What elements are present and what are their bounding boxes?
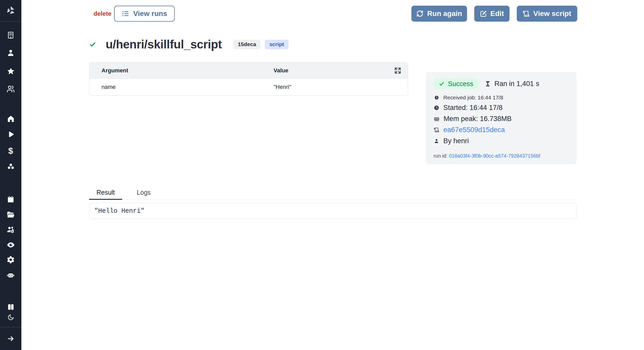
memory-icon <box>434 116 439 122</box>
argument-name-cell: name <box>89 84 274 90</box>
script-hash-row: ea67e5509d15deca <box>434 126 569 134</box>
runs-play-icon[interactable] <box>0 131 21 138</box>
tab-result[interactable]: Result <box>89 188 122 200</box>
run-again-label: Run again <box>427 10 462 18</box>
run-again-button[interactable]: Run again <box>411 6 467 22</box>
started-row: Started: 16:44 17/8 <box>434 104 569 112</box>
run-id-row: run id: 018a03f4-3f0b-90cc-a574-79284371… <box>434 153 569 159</box>
variables-dollar-icon[interactable]: $ <box>0 147 21 155</box>
expand-table-button[interactable] <box>393 66 403 75</box>
folders-icon[interactable] <box>0 210 21 219</box>
hourglass-icon <box>485 81 491 87</box>
run-id-label: run id: <box>434 153 447 159</box>
maximize-icon <box>394 67 402 74</box>
edit-button[interactable]: Edit <box>474 6 510 22</box>
run-detail-page: $ <box>0 0 644 350</box>
view-runs-label: View runs <box>133 10 167 18</box>
check-icon <box>439 81 445 87</box>
expand-sidebar-arrow-icon[interactable] <box>0 335 21 343</box>
resources-boxes-icon[interactable] <box>0 163 21 171</box>
dollar-glyph: $ <box>8 147 13 155</box>
view-script-button[interactable]: View script <box>517 6 577 22</box>
audit-logs-eye-icon[interactable] <box>0 241 21 249</box>
received-label: Received job: 16:44 17/8 <box>443 95 503 101</box>
mem-peak-label: Mem peak: 16.738MB <box>444 115 512 123</box>
users-icon[interactable] <box>0 85 21 93</box>
result-value: "Hello Henri" <box>94 207 145 215</box>
scroll-icon <box>523 10 530 17</box>
workspace-building-icon[interactable] <box>0 31 21 39</box>
home-icon[interactable] <box>0 115 21 123</box>
tab-logs[interactable]: Logs <box>129 188 158 200</box>
script-hash-badge: 15deca <box>233 40 260 49</box>
column-value: Value <box>274 67 288 74</box>
person-icon <box>434 138 439 144</box>
user-icon[interactable] <box>0 49 21 57</box>
sidebar: $ <box>0 0 21 350</box>
edit-pen-icon <box>480 10 487 17</box>
clock-icon <box>434 105 439 110</box>
apps-columns-icon[interactable] <box>0 303 21 311</box>
arguments-table-header: Argument Value <box>89 63 408 79</box>
delete-button[interactable]: delete <box>94 10 111 17</box>
table-row: name "Henri" <box>89 79 408 95</box>
sidebar-divider <box>0 327 21 327</box>
action-buttons: Run again Edit View script <box>411 6 577 22</box>
favorites-star-icon[interactable] <box>0 67 21 75</box>
mem-peak-row: Mem peak: 16.738MB <box>434 115 569 123</box>
ai-bot-icon[interactable] <box>0 271 21 279</box>
status-row: Success Ran in 1,401 s <box>434 78 569 89</box>
script-hash-link[interactable]: ea67e5509d15deca <box>443 126 505 134</box>
sidebar-divider <box>0 21 21 22</box>
workers-gear-icon[interactable] <box>0 255 21 264</box>
argument-value-cell: "Henri" <box>274 84 408 90</box>
schedules-calendar-icon[interactable] <box>0 195 21 203</box>
scroll-icon <box>434 127 439 133</box>
script-type-badge: script <box>265 40 288 49</box>
edit-label: Edit <box>490 10 504 18</box>
list-icon <box>122 10 129 18</box>
refresh-icon <box>416 10 423 17</box>
started-label: Started: 16:44 17/8 <box>443 104 503 112</box>
duration: Ran in 1,401 s <box>485 80 539 88</box>
received-row: Received job: 16:44 17/8 <box>434 95 569 101</box>
view-script-label: View script <box>533 10 571 18</box>
run-id-link[interactable]: 018a03f4-3f0b-90cc-a574-7928437156bf <box>449 153 540 159</box>
page-title: u/henri/skillful_script <box>106 37 222 51</box>
duration-label: Ran in 1,401 s <box>494 80 539 88</box>
result-output: "Hello Henri" <box>89 203 577 219</box>
arguments-table: Argument Value name "Henri" <box>89 62 408 96</box>
dark-mode-moon-icon[interactable] <box>0 314 21 321</box>
clock-icon <box>434 95 439 100</box>
title-row: u/henri/skillful_script 15deca script <box>89 37 289 52</box>
status-badge: Success <box>434 78 478 89</box>
status-label: Success <box>448 80 473 88</box>
by-row: By henri <box>434 137 569 145</box>
groups-cog-icon[interactable] <box>0 226 21 234</box>
column-argument: Argument <box>89 67 274 74</box>
success-check-icon <box>89 41 96 48</box>
result-tabs: Result Logs <box>89 188 577 200</box>
run-info-panel: Success Ran in 1,401 s <box>426 72 577 164</box>
windmill-logo-icon[interactable] <box>0 5 21 16</box>
by-label: By henri <box>443 137 469 145</box>
view-runs-button[interactable]: View runs <box>114 6 175 22</box>
